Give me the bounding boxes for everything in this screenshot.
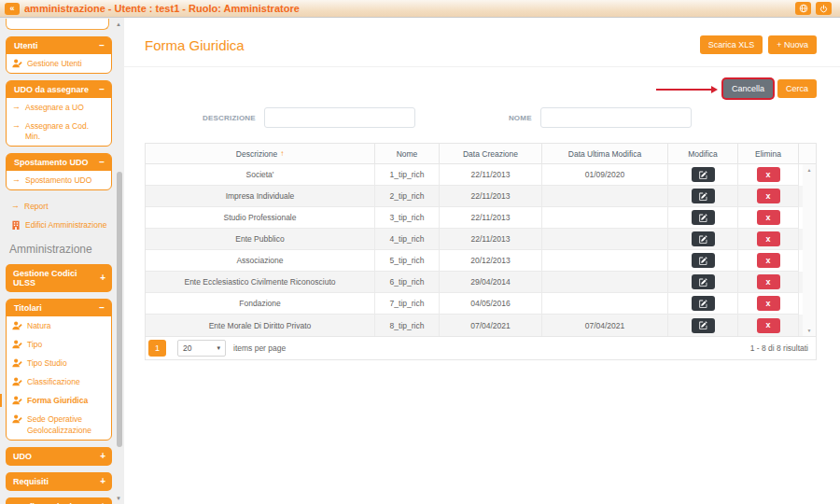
user-icon — [12, 340, 22, 349]
arrow-right-icon: → — [11, 202, 20, 211]
edit-icon — [699, 321, 707, 329]
sidebar: Utenti − Gestione Utenti UDO da assegnar… — [0, 18, 124, 504]
panel-header-udo[interactable]: UDO + — [6, 447, 112, 466]
cell-elimina: x — [738, 250, 799, 272]
delete-button[interactable]: x — [757, 210, 780, 225]
sidebar-item-edifici-amministrazione[interactable]: Edifici Amministrazione — [7, 216, 112, 234]
nome-input[interactable] — [540, 107, 692, 128]
sidebar-item-assegnare-a-cod-min[interactable]: → Assegnare a Cod. Min. — [7, 117, 111, 146]
edit-button[interactable] — [692, 231, 715, 246]
panel-header-requisiti[interactable]: Requisiti + — [6, 472, 112, 491]
panel-title: UDO — [13, 452, 32, 461]
arrow-right-icon: → — [12, 175, 21, 185]
delete-button[interactable]: x — [757, 167, 780, 182]
scrollbar-up-icon[interactable]: ▲ — [116, 21, 121, 27]
panel-header-udo-da-assegnare[interactable]: UDO da assegnare − — [7, 81, 111, 98]
table-scrollbar[interactable]: ▲ ▼ — [803, 164, 816, 336]
edit-icon — [699, 214, 707, 222]
panel-header-utenti[interactable]: Utenti − — [7, 37, 111, 54]
sidebar-panel-titolari: Titolari − Natura Tipo — [6, 299, 112, 440]
panel-header-titolari[interactable]: Titolari − — [7, 300, 111, 316]
sidebar-panel-udo-da-assegnare: UDO da assegnare − → Assegnare a UO → As… — [6, 80, 112, 147]
chevron-down-icon: ▾ — [217, 344, 220, 352]
scrollbar-down-icon[interactable]: ▼ — [116, 496, 121, 501]
descrizione-input[interactable] — [264, 107, 415, 128]
page-size-select[interactable]: 20 ▾ — [177, 340, 226, 357]
search-button[interactable]: Cerca — [777, 79, 817, 98]
user-icon — [12, 396, 22, 405]
language-button[interactable] — [795, 2, 811, 15]
cell-elimina: x — [738, 272, 799, 293]
sidebar-item-label: Report — [24, 202, 49, 211]
edit-button[interactable] — [692, 189, 715, 203]
sidebar-panel-utenti: Utenti − Gestione Utenti — [6, 36, 112, 74]
table-row: Studio Professionale 3_tip_rich 22/11/20… — [146, 207, 803, 229]
column-header-nome[interactable]: Nome — [375, 144, 440, 163]
sidebar-item-report[interactable]: → Report — [7, 197, 112, 216]
delete-button[interactable]: x — [757, 274, 780, 289]
new-button[interactable]: + Nuova — [768, 35, 817, 54]
panel-title: Titolari — [14, 303, 42, 313]
delete-button[interactable]: x — [757, 253, 780, 268]
edit-button[interactable] — [692, 274, 715, 289]
column-header-scroll-spacer — [799, 144, 812, 163]
panel-title: Gestione Codici ULSS — [13, 269, 100, 287]
cell-nome: 5_tip_rich — [375, 250, 440, 272]
cell-nome: 1_tip_rich — [375, 164, 440, 186]
main-content: Forma Giuridica Scarica XLS + Nuova Canc… — [124, 18, 840, 504]
arrow-right-icon: → — [12, 121, 21, 131]
edit-button[interactable] — [692, 318, 715, 333]
edit-button[interactable] — [692, 167, 715, 182]
table-header: Descrizione ↑ Nome Data Creazione Data U… — [146, 144, 816, 164]
download-xls-button[interactable]: Scarica XLS — [700, 35, 763, 54]
sidebar-item-tipo-studio[interactable]: Tipo Studio — [7, 354, 111, 372]
scrollbar-down-icon[interactable]: ▼ — [807, 328, 812, 333]
panel-header-configurazioni-udo[interactable]: Configurazioni UDO + — [6, 497, 112, 504]
delete-button[interactable]: x — [757, 189, 780, 203]
sidebar-item-gestione-utenti[interactable]: Gestione Utenti — [7, 54, 111, 73]
panel-header-spostamento-udo[interactable]: Spostamento UDO − — [7, 154, 111, 171]
sidebar-section-heading: Amministrazione — [9, 243, 112, 256]
cell-elimina: x — [738, 164, 799, 186]
edit-button[interactable] — [692, 296, 715, 311]
scrollbar-up-icon[interactable]: ▲ — [807, 167, 812, 173]
cell-nome: 6_tip_rich — [375, 272, 440, 293]
edit-button[interactable] — [692, 253, 715, 268]
filter-descrizione: DESCRIZIONE — [203, 107, 415, 128]
edit-icon — [699, 235, 707, 244]
column-header-data-creazione[interactable]: Data Creazione — [440, 144, 542, 163]
delete-button[interactable]: x — [757, 231, 780, 246]
page-1-button[interactable]: 1 — [148, 340, 166, 357]
column-header-descrizione[interactable]: Descrizione ↑ — [146, 144, 375, 163]
page-title: Forma Giuridica — [145, 37, 245, 53]
sidebar-item-forma-giuridica[interactable]: Forma Giuridica — [7, 391, 111, 410]
sidebar-item-assegnare-a-uo[interactable]: → Assegnare a UO — [7, 98, 111, 117]
pagination-bar: 1 20 ▾ items per page 1 - 8 di 8 risulta… — [146, 336, 816, 359]
column-header-data-ultima-modifica[interactable]: Data Ultima Modifica — [542, 144, 668, 163]
sidebar-item-label: Sede Operative Geolocalizzazione — [27, 414, 105, 435]
delete-button[interactable]: x — [757, 318, 780, 333]
cell-data-ultima-modifica: 07/04/2021 — [542, 315, 668, 336]
sidebar-collapse-button[interactable]: « — [5, 3, 20, 15]
filters: DESCRIZIONE NOME — [124, 98, 840, 143]
edit-button[interactable] — [692, 210, 715, 225]
delete-button[interactable]: x — [757, 296, 780, 311]
clear-button[interactable]: Cancella — [723, 79, 773, 98]
cell-data-creazione: 29/04/2014 — [440, 272, 542, 293]
logout-button[interactable] — [816, 2, 832, 15]
sidebar-item-natura[interactable]: Natura — [7, 316, 111, 335]
cell-modifica — [668, 250, 738, 272]
sidebar-scrollbar-thumb[interactable] — [117, 172, 122, 447]
cell-descrizione: Studio Professionale — [146, 207, 375, 229]
sidebar-item-spostamento-udo[interactable]: → Spostamento UDO — [7, 171, 111, 189]
sidebar-item-tipo[interactable]: Tipo — [7, 335, 111, 354]
sidebar-item-sede-operative-geolocalizzazione[interactable]: Sede Operative Geolocalizzazione — [7, 410, 111, 439]
cell-data-ultima-modifica: 01/09/2020 — [542, 164, 668, 186]
panel-header-gestione-codici-ulss[interactable]: Gestione Codici ULSS + — [6, 264, 112, 292]
cell-data-creazione: 22/11/2013 — [440, 164, 542, 186]
sidebar-panel-gestione-codici-ulss: Gestione Codici ULSS + — [6, 264, 112, 292]
sidebar-item-classificazione[interactable]: Classificazione — [7, 372, 111, 391]
user-icon — [12, 59, 22, 68]
panel-title: Spostamento UDO — [14, 158, 89, 167]
cell-descrizione: Ente Ecclesiastico Civilmente Riconosciu… — [146, 272, 375, 293]
